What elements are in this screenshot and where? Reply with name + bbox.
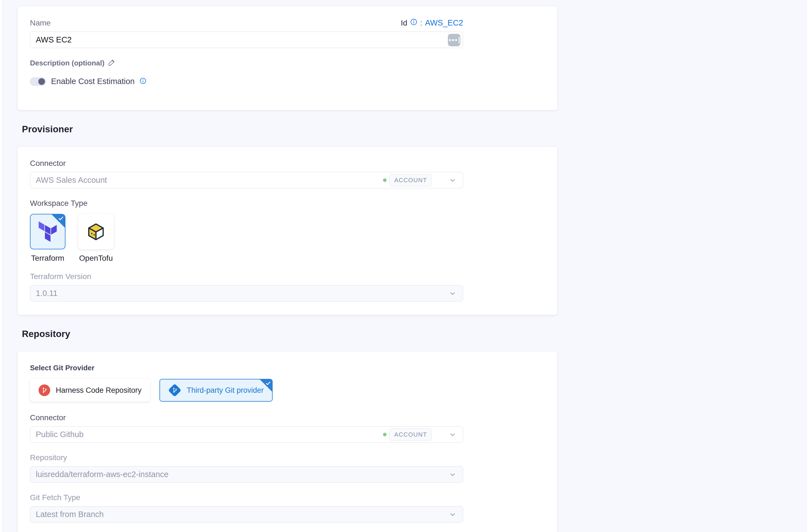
git-branch-icon — [168, 384, 181, 397]
info-icon[interactable] — [410, 18, 417, 27]
check-icon — [58, 215, 64, 221]
workspace-type-terraform-label: Terraform — [31, 254, 64, 263]
id-colon: : — [420, 19, 422, 27]
name-edit-icon[interactable] — [448, 34, 460, 46]
git-provider-thirdparty-label: Third-party Git provider — [187, 386, 264, 395]
harness-code-icon — [39, 384, 50, 396]
edit-pencil-icon[interactable] — [108, 58, 116, 68]
name-label: Name — [30, 19, 51, 27]
chevron-down-icon — [449, 290, 456, 297]
chevron-down-icon — [449, 511, 456, 518]
workspace-type-opentofu-label: OpenTofu — [79, 254, 113, 263]
connector-status-dot — [383, 178, 387, 182]
repository-select[interactable]: luisredda/terraform-aws-ec2-instance — [30, 466, 463, 482]
opentofu-logo-icon — [86, 222, 106, 242]
provisioner-connector-select[interactable]: AWS Sales Account ACCOUNT — [30, 172, 463, 188]
chevron-down-icon — [449, 431, 456, 438]
id-label: Id — [401, 19, 407, 27]
info-icon[interactable] — [139, 77, 147, 86]
provisioner-heading: Provisioner — [22, 124, 557, 134]
provisioner-card: Connector AWS Sales Account ACCOUNT Work… — [18, 147, 557, 315]
select-git-provider-label: Select Git Provider — [30, 364, 545, 372]
chevron-down-icon — [449, 471, 456, 478]
workspace-type-label: Workspace Type — [30, 199, 545, 208]
repository-field-label: Repository — [30, 453, 545, 462]
id-row: Id : AWS_EC2 — [401, 18, 463, 27]
repo-connector-value: Public Github — [36, 430, 84, 439]
terraform-version-label: Terraform Version — [30, 272, 545, 281]
git-provider-harness-button[interactable]: Harness Code Repository — [30, 379, 150, 402]
check-icon — [265, 381, 271, 386]
connector-status-dot — [383, 433, 387, 436]
connector-value: AWS Sales Account — [36, 175, 107, 185]
repo-connector-label: Connector — [30, 413, 545, 422]
workspace-type-terraform[interactable] — [30, 214, 65, 249]
workspace-config-form: Name Id : AWS_EC2 AWS EC2 Description (o… — [18, 0, 557, 532]
git-provider-thirdparty-button[interactable]: Third-party Git provider — [159, 379, 273, 402]
left-nav-edge — [0, 0, 2, 532]
name-input[interactable]: AWS EC2 — [30, 32, 463, 48]
name-card: Name Id : AWS_EC2 AWS EC2 Description (o… — [18, 6, 557, 110]
git-provider-harness-label: Harness Code Repository — [56, 386, 141, 395]
chevron-down-icon — [449, 177, 456, 184]
repository-value: luisredda/terraform-aws-ec2-instance — [36, 470, 169, 479]
repository-card: Select Git Provider Harness Code Reposit… — [18, 352, 557, 532]
terraform-version-value: 1.0.11 — [36, 289, 57, 298]
git-fetch-type-value: Latest from Branch — [36, 510, 104, 519]
git-fetch-type-select[interactable]: Latest from Branch — [30, 506, 463, 522]
cost-estimation-label: Enable Cost Estimation — [51, 77, 134, 86]
id-value-link[interactable]: AWS_EC2 — [425, 18, 463, 27]
cost-estimation-toggle[interactable] — [30, 77, 46, 86]
workspace-type-opentofu[interactable] — [78, 214, 114, 249]
connector-label: Connector — [30, 159, 545, 168]
terraform-version-select[interactable]: 1.0.11 — [30, 285, 463, 302]
repository-heading: Repository — [22, 329, 557, 339]
description-label: Description (optional) — [30, 59, 104, 68]
scope-badge: ACCOUNT — [389, 429, 432, 441]
repo-connector-select[interactable]: Public Github ACCOUNT — [30, 426, 463, 443]
name-input-value: AWS EC2 — [36, 35, 72, 44]
git-fetch-type-label: Git Fetch Type — [30, 493, 545, 502]
scope-badge: ACCOUNT — [389, 174, 432, 186]
